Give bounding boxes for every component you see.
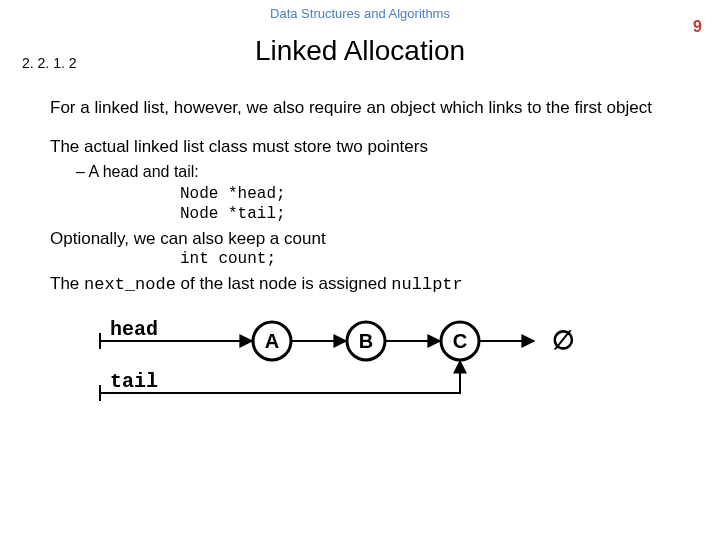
section-number: 2. 2. 1. 2 bbox=[22, 55, 76, 71]
code-head: Node *head; bbox=[180, 184, 670, 204]
code-count: int count; bbox=[180, 249, 670, 269]
tail-label: tail bbox=[110, 370, 158, 393]
paragraph-1: For a linked list, however, we also requ… bbox=[50, 97, 670, 118]
null-symbol: ∅ bbox=[552, 325, 575, 355]
head-label: head bbox=[110, 318, 158, 341]
paragraph-4: The next_node of the last node is assign… bbox=[50, 273, 670, 295]
linked-list-diagram: head tail A B C ∅ bbox=[80, 313, 640, 423]
node-c-label: C bbox=[453, 330, 467, 352]
inline-code-nextnode: next_node bbox=[84, 275, 176, 294]
para4-part-b: of the last node is assigned bbox=[176, 274, 391, 293]
code-tail: Node *tail; bbox=[180, 204, 670, 224]
page-number: 9 bbox=[693, 18, 702, 36]
paragraph-2: The actual linked list class must store … bbox=[50, 136, 670, 157]
course-header: Data Structures and Algorithms bbox=[0, 0, 720, 21]
inline-code-nullptr: nullptr bbox=[391, 275, 462, 294]
para4-part-a: The bbox=[50, 274, 84, 293]
slide-body: For a linked list, however, we also requ… bbox=[50, 97, 670, 423]
node-b-label: B bbox=[359, 330, 373, 352]
bullet-head-tail: A head and tail: bbox=[76, 162, 670, 182]
node-a-label: A bbox=[265, 330, 279, 352]
paragraph-3: Optionally, we can also keep a count bbox=[50, 228, 670, 249]
slide-title: Linked Allocation bbox=[0, 35, 720, 67]
